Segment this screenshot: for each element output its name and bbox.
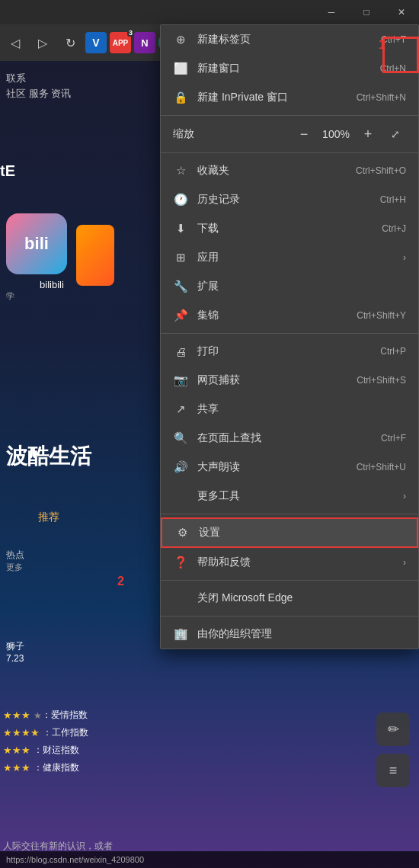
tab-app[interactable]: APP 3 <box>110 32 131 53</box>
hotspot-label: 热点 <box>6 549 24 562</box>
menu-item-org-managed[interactable]: 🏢 由你的组织管理 <box>161 620 418 649</box>
gengduo-label: 更多 <box>6 562 24 573</box>
share-icon: ↗ <box>173 402 188 417</box>
tab-onenote[interactable]: N <box>134 32 155 53</box>
refresh-button[interactable]: ↻ <box>58 30 82 55</box>
more-tools-icon <box>173 488 188 504</box>
collections-icon: 📌 <box>173 308 188 323</box>
minimize-button[interactable]: ─ <box>314 0 349 24</box>
close-edge-label: 关闭 Microsoft Edge <box>197 591 406 605</box>
menu-item-capture[interactable]: 📷 网页捕获 Ctrl+Shift+S <box>161 366 418 395</box>
close-button[interactable]: ✕ <box>384 0 419 24</box>
menu-divider-6 <box>161 616 418 617</box>
menu-item-downloads[interactable]: ⬇ 下载 Ctrl+J <box>161 214 418 243</box>
site-nav: 联系 社区 服务 资讯 <box>0 69 77 104</box>
tuijian-label: 推荐 <box>38 511 59 524</box>
menu-item-help[interactable]: ❓ 帮助和反馈 › <box>161 548 418 577</box>
menu-item-find[interactable]: 🔍 在页面上查找 Ctrl+F <box>161 424 418 453</box>
forward-button[interactable]: ▷ <box>30 30 55 55</box>
menu-item-more-tools[interactable]: 更多工具 › <box>161 482 418 511</box>
menu-item-collections[interactable]: 📌 集锦 Ctrl+Shift+Y <box>161 301 418 330</box>
menu-item-favorites[interactable]: ☆ 收藏夹 Ctrl+Shift+O <box>161 156 418 185</box>
print-label: 打印 <box>197 344 380 358</box>
capture-shortcut: Ctrl+Shift+S <box>357 375 406 386</box>
menu-item-apps[interactable]: ⊞ 应用 › <box>161 243 418 272</box>
help-icon: ❓ <box>173 555 188 570</box>
bilibili-logo: bili <box>6 213 67 274</box>
menu-item-new-window[interactable]: ⬜ 新建窗口 Ctrl+N <box>161 54 418 83</box>
nav-text: 联系 <box>6 72 71 85</box>
read-aloud-label: 大声朗读 <box>197 460 357 474</box>
lion-num: 7.23 <box>6 653 24 664</box>
star-half-love: ★ <box>34 710 42 721</box>
apps-icon: ⊞ <box>173 250 188 265</box>
star-row-work: ★★★★ ：工作指数 <box>3 726 88 739</box>
tab-v[interactable]: V <box>85 32 107 53</box>
org-label: 由你的组织管理 <box>197 627 406 641</box>
zoom-in-button[interactable]: + <box>357 123 379 145</box>
star-row-money: ★★★ ：财运指数 <box>3 744 88 757</box>
collections-label: 集锦 <box>197 309 357 322</box>
annotation-num-1: 1 <box>379 38 385 52</box>
bilibili-sub: 学 <box>6 290 98 302</box>
stars-love: ★★★ <box>3 709 30 721</box>
menu-item-inprivate[interactable]: 🔒 新建 InPrivate 窗口 Ctrl+Shift+N <box>161 83 418 112</box>
menu-divider-2 <box>161 152 418 153</box>
menu-item-settings[interactable]: ⚙ 设置 <box>161 517 418 548</box>
menu-divider-3 <box>161 333 418 334</box>
lion-title: 狮子 <box>6 640 24 653</box>
more-tools-label: 更多工具 <box>197 489 397 503</box>
nav-text: 社区 服务 资讯 <box>6 87 71 101</box>
zoom-expand-button[interactable]: ⤢ <box>385 123 406 145</box>
stars-work: ★★★★ <box>3 727 40 738</box>
print-shortcut: Ctrl+P <box>380 346 406 357</box>
capture-label: 网页捕获 <box>197 373 357 387</box>
read-aloud-shortcut: Ctrl+Shift+U <box>357 462 406 472</box>
stars-section: ★★★ ★ ：爱情指数 ★★★★ ：工作指数 ★★★ ：财运指数 ★★★ ：健康… <box>0 709 88 779</box>
menu-divider-5 <box>161 580 418 581</box>
menu-divider-1 <box>161 115 418 116</box>
help-arrow: › <box>403 557 406 568</box>
hero-text: 波酷生活 <box>0 442 91 471</box>
star-label-money: ：财运指数 <box>34 744 79 757</box>
find-shortcut: Ctrl+F <box>381 433 406 444</box>
annotation-num-2: 2 <box>117 575 124 588</box>
title-bar-controls: ─ □ ✕ <box>314 0 419 24</box>
stars-money: ★★★ <box>3 745 30 756</box>
menu-item-close-edge[interactable]: 关闭 Microsoft Edge <box>161 584 418 613</box>
zoom-row: 缩放 − 100% + ⤢ <box>161 119 418 149</box>
downloads-label: 下载 <box>197 222 382 235</box>
star-label-love: ：爱情指数 <box>42 709 88 722</box>
menu-divider-4 <box>161 514 418 514</box>
star-row-love: ★★★ ★ ：爱情指数 <box>3 709 88 722</box>
star-label-health: ：健康指数 <box>34 761 79 774</box>
menu-item-history[interactable]: 🕐 历史记录 Ctrl+H <box>161 185 418 214</box>
stars-health: ★★★ <box>3 762 30 774</box>
new-tab-icon: ⊕ <box>173 32 188 47</box>
close-edge-icon <box>173 591 188 606</box>
maximize-button[interactable]: □ <box>349 0 384 24</box>
menu-item-share[interactable]: ↗ 共享 <box>161 395 418 424</box>
star-row-health: ★★★ ：健康指数 <box>3 761 88 774</box>
find-icon: 🔍 <box>173 431 188 446</box>
float-btn-list[interactable]: ≡ <box>376 754 410 787</box>
zoom-value: 100% <box>321 128 351 140</box>
collections-shortcut: Ctrl+Shift+Y <box>357 310 406 321</box>
menu-item-print[interactable]: 🖨 打印 Ctrl+P <box>161 337 418 366</box>
status-url: https://blog.csdn.net/weixin_4209800 <box>0 855 144 864</box>
dropdown-menu: ⊕ 新建标签页 Ctrl+T ⬜ 新建窗口 Ctrl+N 🔒 新建 InPriv… <box>160 24 419 649</box>
app-badge: 3 <box>127 29 134 37</box>
hotspot-section: 热点 更多 <box>0 549 24 573</box>
zoom-out-button[interactable]: − <box>293 123 315 145</box>
menu-item-read-aloud[interactable]: 🔊 大声朗读 Ctrl+Shift+U <box>161 453 418 482</box>
downloads-icon: ⬇ <box>173 221 188 236</box>
inprivate-label: 新建 InPrivate 窗口 <box>197 91 357 104</box>
float-btn-edit[interactable]: ✏ <box>376 713 410 746</box>
back-button[interactable]: ◁ <box>3 30 27 55</box>
new-window-shortcut: Ctrl+N <box>380 63 406 74</box>
menu-item-extensions[interactable]: 🔧 扩展 <box>161 272 418 301</box>
zoom-controls: − 100% + ⤢ <box>293 123 406 145</box>
apps-label: 应用 <box>197 251 397 264</box>
extensions-label: 扩展 <box>197 280 406 293</box>
favorites-shortcut: Ctrl+Shift+O <box>356 165 406 176</box>
